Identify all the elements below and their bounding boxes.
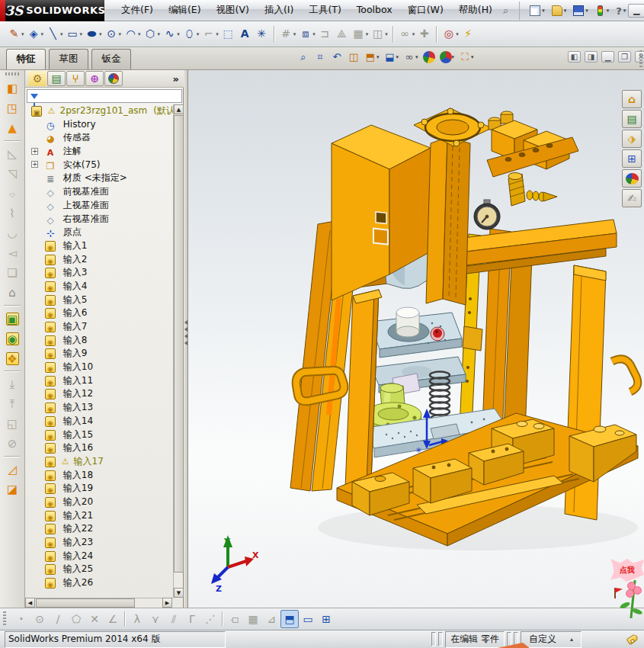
design-library-tab[interactable]: ▤ (622, 110, 642, 128)
expand-toggle[interactable] (31, 148, 38, 155)
expand-toggle[interactable] (31, 161, 38, 168)
appearances-tab[interactable] (622, 169, 642, 188)
tree-item[interactable]: 输入2 (25, 253, 173, 267)
offset-entities-tool[interactable]: ⊐ (317, 24, 334, 44)
convert-entities-tool[interactable]: ⧈▾ (297, 24, 317, 44)
tree-item[interactable]: 输入26 (25, 576, 173, 590)
horizontal-scroll-thumb[interactable] (36, 598, 135, 608)
smart-dimension-tool[interactable]: ◈▾ (26, 24, 46, 44)
tree-item[interactable]: History (25, 118, 173, 132)
no-bends-tool[interactable]: ⊘ (3, 435, 21, 453)
menu-item[interactable]: Toolbox (349, 1, 400, 20)
click-me-bubble[interactable]: 点我 (610, 559, 644, 582)
new-file-button[interactable]: ▾ (527, 4, 547, 18)
tree-item[interactable]: 输入1 (25, 239, 173, 253)
simple-hole-tool[interactable]: ◉ (3, 329, 21, 348)
command-tab[interactable]: 钣金 (91, 49, 131, 69)
command-tab[interactable]: 特征 (6, 49, 46, 69)
tree-item[interactable]: 输入21 (25, 509, 173, 523)
pane-split-left-button[interactable]: ◧ (568, 51, 581, 63)
previous-view-button[interactable]: ↶ (329, 50, 344, 65)
tree-item[interactable]: 输入6 (25, 306, 173, 320)
menu-item[interactable]: 窗口(W) (400, 1, 451, 20)
open-file-button[interactable]: ▾ (549, 4, 569, 18)
base-flange-tool[interactable]: ◧ (3, 79, 21, 98)
section-view-button[interactable]: ◫ (346, 50, 361, 65)
flower-ad-overlay[interactable]: 点我 (609, 559, 644, 620)
restore-document-button[interactable]: ❐ (618, 51, 631, 63)
menu-item[interactable]: 插入(I) (257, 1, 301, 20)
tree-item[interactable]: 输入24 (25, 550, 173, 563)
tree-item[interactable]: 前视基准面 (25, 185, 173, 199)
file-explorer-tab[interactable]: ⬗ (622, 130, 642, 148)
tree-item[interactable]: 原点 (25, 226, 173, 239)
repair-sketch-tool[interactable]: ✚ (416, 24, 433, 44)
extruded-cut-tool[interactable]: ▣ (3, 310, 21, 328)
tree-item[interactable]: 输入12 (25, 387, 173, 401)
tree-item[interactable]: 上视基准面 (25, 199, 173, 213)
miter-flange-tool[interactable]: ⌇ (3, 204, 21, 223)
tree-item[interactable]: 输入22 (25, 522, 173, 536)
menu-item[interactable]: 视图(V) (209, 1, 257, 20)
toolbar-drag-handle[interactable] (5, 72, 19, 75)
custom-properties-tab[interactable]: ✍ (622, 189, 642, 207)
mirror-entities-tool[interactable]: ⟁ (334, 24, 351, 44)
tree-item[interactable]: 输入8 (25, 334, 173, 348)
trim-entities-tool[interactable]: #▾ (278, 24, 298, 44)
view-palette-tab[interactable]: ⊞ (622, 149, 642, 168)
apply-scene-button[interactable]: ▾ (438, 50, 457, 65)
tree-item[interactable]: 输入5 (25, 294, 173, 307)
scroll-up-button[interactable]: ▲ (174, 104, 184, 114)
home-tab[interactable]: ⌂ (622, 90, 642, 108)
linear-sketch-pattern-tool[interactable]: ▦▾ (351, 24, 370, 44)
configurationmanager-tab[interactable]: ⑂ (66, 71, 85, 86)
hem-tool[interactable]: ◡ (3, 224, 21, 242)
filter-input[interactable] (41, 91, 181, 101)
tree-item[interactable]: 输入4 (25, 280, 173, 294)
sketched-bend-tool[interactable]: ◺ (3, 145, 21, 163)
slot-tool[interactable]: ⬬▾ (84, 24, 104, 44)
tree-root-item[interactable]: ⚠ 2psr23rzg101_asm (默认 (25, 104, 173, 118)
pane-split-right-button[interactable]: ◨ (585, 51, 598, 63)
unfold-tool[interactable]: ⤓ (3, 375, 21, 393)
tree-item[interactable]: 输入19 (25, 482, 173, 496)
tree-item[interactable]: 输入11 (25, 374, 173, 388)
menu-item[interactable]: 编辑(E) (161, 1, 209, 20)
tree-item[interactable]: 输入10 (25, 361, 173, 374)
circle-tool[interactable]: ⊙▾ (104, 24, 123, 44)
tree-item[interactable]: 输入9 (25, 347, 173, 361)
rapid-sketch-tool[interactable]: ⚡ (460, 24, 477, 44)
point-snap[interactable]: · (12, 610, 30, 628)
tree-item[interactable]: 右视基准面 (25, 213, 173, 226)
tree-item[interactable]: 输入3 (25, 266, 173, 280)
tree-item[interactable]: 材质 <未指定> (25, 172, 173, 185)
dimxpertmanager-tab[interactable]: ⊕ (85, 71, 104, 86)
tree-item[interactable]: 实体(75) (25, 159, 173, 172)
intersection-snap[interactable]: ✕ (85, 610, 104, 628)
xpress-products-button[interactable]: ▾ (593, 4, 612, 18)
lofted-bend-tool[interactable]: ▲ (3, 119, 21, 137)
tree-item[interactable]: 注解 (25, 145, 173, 159)
convert-to-sheetmetal-tool[interactable]: ◳ (3, 99, 21, 117)
edge-flange-tool[interactable]: ⌔ (3, 184, 21, 203)
polygon-snap[interactable]: ⬠ (67, 610, 85, 628)
display-style-button[interactable]: ⬓▾ (383, 50, 401, 65)
edit-appearance-button[interactable] (421, 50, 437, 65)
panel-overflow-button[interactable]: » (173, 73, 179, 85)
point-chain-snap[interactable]: ⋰ (201, 610, 219, 628)
tree-item[interactable]: 输入18 (25, 469, 173, 483)
grid-snap[interactable]: ▦ (244, 610, 262, 628)
single-viewport-button[interactable]: ▭ (299, 610, 317, 628)
zoom-to-fit-button[interactable]: ⌕ (296, 50, 311, 65)
corner-relief-tool[interactable]: ❏ (3, 264, 21, 282)
featuremanager-tab[interactable]: ⚙ (28, 71, 46, 86)
tree-item[interactable]: 输入20 (25, 496, 173, 509)
ellipse-tool[interactable]: ⬯▾ (181, 24, 201, 44)
menu-item[interactable]: 文件(F) (114, 1, 161, 20)
fold-tool[interactable]: ⤒ (3, 395, 21, 413)
propertymanager-tab[interactable]: ▤ (47, 71, 66, 86)
tree-item[interactable]: 传感器 (25, 131, 173, 145)
viewport-layout-button[interactable]: ⊞ (317, 610, 335, 628)
line-snap[interactable]: ∕ (49, 610, 67, 628)
help-button[interactable]: ? ▾ (614, 4, 628, 18)
